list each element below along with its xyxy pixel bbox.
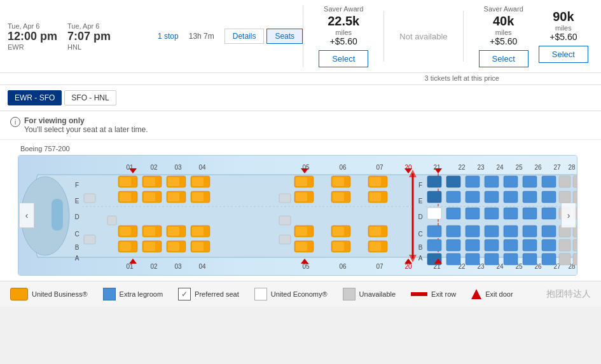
svg-rect-158	[523, 239, 537, 251]
svg-rect-133	[542, 176, 556, 187]
svg-rect-92	[296, 227, 307, 236]
segment-tabs: EWR - SFO SFO - HNL	[0, 85, 601, 111]
legend-unavailable-icon	[343, 288, 356, 300]
svg-rect-116	[427, 191, 441, 203]
svg-rect-120	[446, 208, 460, 219]
segment-tab-1[interactable]: EWR - SFO	[8, 90, 62, 105]
svg-rect-125	[485, 191, 499, 203]
svg-rect-58	[168, 177, 179, 186]
svg-rect-147	[446, 253, 460, 265]
legend-exit-door-icon	[471, 289, 481, 299]
svg-rect-121	[466, 176, 480, 187]
svg-text:B: B	[75, 244, 79, 251]
svg-rect-159	[523, 253, 537, 265]
svg-rect-98	[120, 242, 131, 251]
svg-rect-128	[504, 191, 518, 203]
award-label-2: Saver Award	[479, 5, 528, 13]
svg-rect-167	[573, 239, 577, 251]
legend-economy-icon	[254, 288, 267, 300]
svg-rect-66	[370, 177, 381, 186]
svg-rect-90	[192, 227, 204, 236]
svg-rect-162	[542, 253, 556, 265]
plane-label: Boeing 757-200	[18, 145, 583, 152]
svg-rect-150	[466, 253, 480, 265]
select-btn-3[interactable]: Select	[539, 46, 588, 63]
svg-text:F: F	[418, 182, 422, 189]
svg-text:06: 06	[339, 263, 347, 270]
watermark: 抱团特达人	[528, 288, 591, 300]
fee-3: +$5.60	[539, 32, 588, 42]
viewing-title: For viewing only	[24, 116, 148, 125]
svg-rect-164	[559, 239, 570, 251]
svg-text:C: C	[418, 231, 422, 238]
nav-next[interactable]: ›	[561, 203, 576, 228]
seats-tab[interactable]: Seats	[266, 29, 303, 44]
svg-rect-119	[446, 191, 460, 203]
select-btn-1[interactable]: Select	[319, 50, 368, 67]
svg-rect-100	[144, 242, 155, 251]
miles-1: 22.5k	[319, 14, 368, 29]
arrive-code: HNL	[67, 43, 81, 51]
svg-rect-110	[370, 242, 381, 251]
legend-exit-door: Exit door	[471, 289, 513, 299]
svg-text:D: D	[74, 213, 79, 220]
svg-text:01: 01	[126, 263, 134, 270]
svg-rect-153	[485, 253, 499, 265]
svg-rect-152	[485, 239, 499, 251]
svg-text:27: 27	[553, 164, 561, 171]
segment-tab-2[interactable]: SFO - HNL	[64, 90, 116, 105]
flight-meta: 1 stop 13h 7m	[148, 32, 225, 41]
svg-rect-154	[504, 226, 518, 237]
legend-business-label: United Business®	[32, 290, 88, 298]
pricing-section: Saver Award 22.5k miles +$5.60 Select No…	[303, 5, 593, 67]
flight-info: Tue, Apr 6 12:00 pm EWR Tue, Apr 6 7:07 …	[8, 22, 148, 51]
legend-exit-row-label: Exit row	[431, 290, 456, 298]
svg-rect-82	[279, 194, 291, 203]
viewing-subtitle: You'll select your seat at a later time.	[24, 125, 148, 134]
viewing-notice: i For viewing only You'll select your se…	[0, 111, 601, 140]
miles-unit-2: miles	[479, 29, 528, 36]
svg-text:25: 25	[515, 164, 523, 171]
svg-rect-102	[168, 242, 179, 251]
nav-prev[interactable]: ‹	[19, 203, 34, 228]
svg-rect-135	[542, 208, 556, 219]
svg-rect-127	[504, 176, 518, 187]
fee-1: +$5.60	[319, 36, 368, 46]
price-col-2: Saver Award 40k miles +$5.60 Select	[479, 5, 528, 67]
duration: 13h 7m	[189, 32, 214, 41]
miles-3: 90k	[539, 10, 588, 24]
arrive-date: Tue, Apr 6	[67, 22, 111, 30]
legend-exit-door-label: Exit door	[485, 290, 513, 298]
svg-rect-72	[168, 192, 179, 201]
svg-text:24: 24	[496, 164, 504, 171]
svg-rect-165	[559, 253, 570, 265]
select-btn-2[interactable]: Select	[479, 50, 528, 67]
svg-rect-81	[84, 194, 95, 203]
svg-rect-161	[542, 239, 556, 251]
svg-rect-68	[120, 192, 131, 201]
svg-text:02: 02	[150, 263, 158, 270]
svg-rect-130	[523, 176, 537, 187]
svg-rect-76	[296, 192, 307, 201]
svg-rect-118	[446, 176, 460, 187]
fee-2: +$5.60	[479, 36, 528, 46]
svg-rect-108	[333, 242, 344, 251]
svg-rect-117	[427, 208, 441, 219]
svg-rect-168	[573, 253, 577, 265]
legend-preferred: ✓ Preferred seat	[178, 288, 239, 300]
svg-rect-54	[120, 177, 131, 186]
seat-map-wrapper: ‹ ›	[18, 155, 577, 276]
award-label-1: Saver Award	[319, 5, 368, 13]
svg-rect-106	[296, 242, 307, 251]
svg-rect-142	[427, 226, 441, 237]
svg-rect-129	[504, 208, 518, 219]
svg-rect-123	[466, 208, 480, 219]
legend-economy-label: United Economy®	[271, 290, 328, 298]
seat-map-svg: 01 02 03 04 05 06 07 20 21 22 23 24 25 2…	[18, 155, 577, 276]
legend-economy: United Economy®	[254, 288, 328, 300]
svg-rect-88	[168, 227, 179, 236]
svg-rect-145	[446, 226, 460, 237]
svg-text:E: E	[418, 198, 423, 205]
details-tab[interactable]: Details	[225, 29, 265, 44]
depart-time: 12:00 pm	[8, 30, 57, 43]
